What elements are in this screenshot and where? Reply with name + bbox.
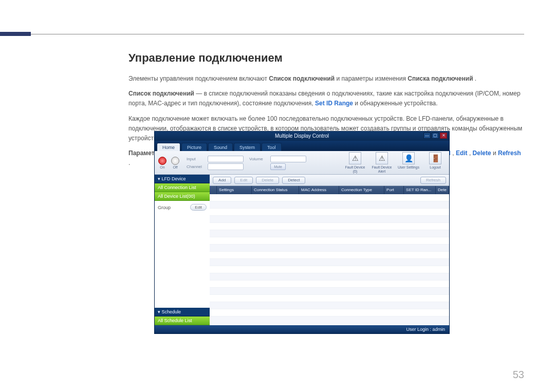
- door-icon: 🚪: [429, 152, 441, 164]
- group-row: Group Edit: [158, 204, 207, 211]
- icon-label: User Settings: [398, 165, 419, 170]
- close-button[interactable]: ✕: [440, 133, 447, 139]
- mute-button[interactable]: Mute: [270, 163, 286, 170]
- logout-button[interactable]: 🚪 Logout: [423, 152, 447, 173]
- col-setidrange: SET ID Ran...: [404, 186, 436, 194]
- window-buttons: — ▢ ✕: [423, 133, 447, 139]
- table-row: [210, 252, 449, 259]
- text: и параметры изменения: [336, 75, 408, 82]
- spacer: [249, 163, 269, 170]
- divider: [31, 34, 524, 34]
- group-label: Group: [158, 205, 171, 210]
- sidebar-section-schedule[interactable]: ▾ Schedule: [155, 308, 210, 316]
- tab-system[interactable]: System: [234, 143, 261, 151]
- sidebar: ▾ LFD Device All Connection List All Dev…: [155, 175, 210, 325]
- volume-field[interactable]: [270, 156, 306, 162]
- refresh-button[interactable]: Refresh: [420, 177, 446, 184]
- warning-icon: ⚠: [376, 152, 388, 164]
- link-edit: Edit: [456, 150, 468, 157]
- sidebar-section-lfd[interactable]: ▾ LFD Device: [155, 175, 210, 183]
- icon-label: Fault Device Alert: [370, 165, 394, 173]
- channel-label: Channel: [187, 163, 206, 170]
- volume-label: Volume: [249, 156, 269, 162]
- tab-row: Home Picture Sound System Tool: [155, 141, 449, 151]
- col-port: Port: [384, 186, 404, 194]
- tab-sound[interactable]: Sound: [208, 143, 233, 151]
- icon-label: Fault Device (0): [343, 165, 367, 173]
- grid-body: [210, 194, 449, 325]
- power-off-button[interactable]: Off: [170, 155, 181, 171]
- table-row: [210, 281, 449, 288]
- input-field[interactable]: [208, 156, 244, 162]
- tab-picture[interactable]: Picture: [181, 143, 207, 151]
- table-row: [210, 216, 449, 223]
- user-icon: 👤: [402, 152, 415, 164]
- text: ,: [452, 150, 456, 157]
- table-row: [210, 295, 449, 302]
- user-settings-button[interactable]: 👤 User Settings: [397, 152, 420, 173]
- main-row: ▾ LFD Device All Connection List All Dev…: [155, 175, 449, 325]
- label: Schedule: [162, 309, 181, 314]
- grid-wrap: Add Edit Delete Detect Refresh Settings …: [210, 175, 449, 325]
- col-mac: MAC Address: [299, 186, 339, 194]
- power-icon: [158, 157, 166, 165]
- sidebar-item-all-device[interactable]: All Device List(00): [155, 192, 210, 201]
- group-edit-button[interactable]: Edit: [190, 204, 207, 211]
- col-conntype: Connection Type: [339, 186, 384, 194]
- sidebar-item-all-schedule[interactable]: All Schedule List: [155, 316, 210, 325]
- fault-device-button[interactable]: ⚠ Fault Device (0): [343, 152, 367, 173]
- app-title: Multiple Display Control: [275, 133, 329, 139]
- table-row: [210, 237, 449, 245]
- edit-button[interactable]: Edit: [234, 177, 253, 184]
- status-text: User Login : admin: [406, 327, 445, 332]
- bold-text: Список подключений: [269, 75, 335, 82]
- input-group: Input Channel: [187, 156, 244, 170]
- power-on-button[interactable]: On: [157, 155, 168, 171]
- table-row: [210, 201, 449, 209]
- text: и: [493, 150, 498, 157]
- link-refresh: Refresh: [498, 150, 521, 157]
- toolbar-icons: ⚠ Fault Device (0) ⚠ Fault Device Alert …: [343, 152, 447, 173]
- channel-field[interactable]: [208, 163, 244, 170]
- maximize-button[interactable]: ▢: [432, 133, 439, 139]
- add-button[interactable]: Add: [213, 177, 231, 184]
- para-2: Список подключений — в списке подключени…: [128, 89, 524, 108]
- tab-tool[interactable]: Tool: [262, 143, 282, 151]
- tab-home[interactable]: Home: [157, 143, 180, 151]
- table-row: [210, 209, 449, 216]
- table-row: [210, 266, 449, 273]
- toolbar: On Off Input Channel Volume Mute: [155, 151, 449, 175]
- detect-button[interactable]: Detect: [282, 177, 305, 184]
- text: ,: [469, 150, 473, 157]
- power-off-label: Off: [173, 165, 177, 169]
- link-setidrange: Set ID Range: [315, 100, 353, 107]
- para-1: Элементы управления подключением включаю…: [128, 74, 524, 84]
- power-icon: [171, 157, 179, 165]
- sidebar-body: Group Edit: [155, 201, 210, 308]
- label: LFD Device: [162, 176, 186, 181]
- bold-text: Список подключений: [128, 90, 194, 97]
- col-blank: [210, 186, 217, 194]
- text: .: [128, 159, 130, 166]
- grid-header: Settings Connection Status MAC Address C…: [210, 186, 449, 194]
- text: .: [475, 75, 476, 82]
- col-connstatus: Connection Status: [252, 186, 299, 194]
- table-row: [210, 288, 449, 295]
- table-row: [210, 259, 449, 266]
- app-window: Multiple Display Control — ▢ ✕ Home Pict…: [154, 131, 450, 334]
- accent-bar: [0, 32, 31, 36]
- sidebar-item-all-connection[interactable]: All Connection List: [155, 183, 210, 192]
- table-row: [210, 245, 449, 252]
- table-row: [210, 194, 449, 201]
- table-row: [210, 230, 449, 237]
- input-label: Input: [187, 156, 206, 162]
- table-row: [210, 273, 449, 281]
- table-row: [210, 309, 449, 316]
- minimize-button[interactable]: —: [423, 133, 431, 139]
- power-on-label: On: [160, 165, 164, 169]
- delete-button[interactable]: Delete: [256, 177, 279, 184]
- icon-label: Logout: [430, 165, 440, 170]
- titlebar: Multiple Display Control — ▢ ✕: [155, 132, 449, 141]
- fault-alert-button[interactable]: ⚠ Fault Device Alert: [370, 152, 394, 173]
- status-bar: User Login : admin: [155, 325, 449, 333]
